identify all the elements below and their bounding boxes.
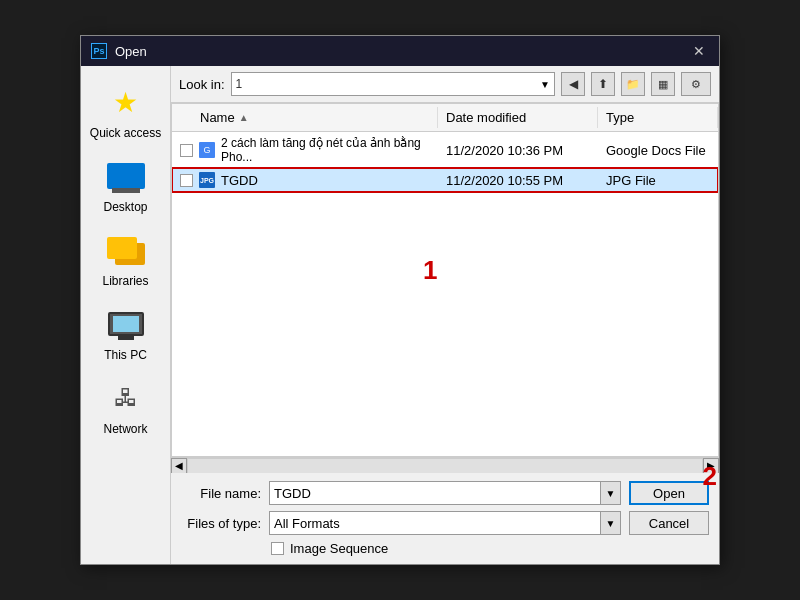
sidebar-item-quick-access[interactable]: ★ Quick access [86, 76, 166, 146]
image-sequence-checkbox[interactable] [271, 542, 284, 555]
file-name-label: File name: [181, 486, 261, 501]
sidebar-item-libraries[interactable]: Libraries [86, 224, 166, 294]
step2-number: 2 [703, 461, 717, 492]
table-row[interactable]: G 2 cách làm tăng độ nét của ảnh bằng Ph… [172, 132, 718, 168]
nav-back-button[interactable]: ◀ [561, 72, 585, 96]
table-row[interactable]: JPG TGDD 11/2/2020 10:55 PM JPG File [172, 168, 718, 192]
file-name-cell-2: JPG TGDD [172, 170, 438, 190]
look-in-arrow: ▼ [540, 79, 550, 90]
header-date: Date modified [438, 107, 598, 128]
views-button[interactable]: ▦ [651, 72, 675, 96]
sidebar-label-libraries: Libraries [102, 274, 148, 288]
sidebar-item-this-pc[interactable]: This PC [86, 298, 166, 368]
tools-button[interactable]: ⚙ [681, 72, 711, 96]
files-of-type-row: Files of type: ▼ Cancel [181, 511, 709, 535]
image-sequence-label: Image Sequence [290, 541, 388, 556]
files-of-type-dropdown-arrow[interactable]: ▼ [600, 512, 620, 534]
look-in-dropdown[interactable]: 1 ▼ [231, 72, 555, 96]
sidebar-label-quick-access: Quick access [90, 126, 161, 140]
dialog-body: ★ Quick access Desktop Librari [81, 66, 719, 564]
photoshop-icon: Ps [91, 43, 107, 59]
close-button[interactable]: ✕ [689, 43, 709, 59]
files-of-type-input[interactable] [269, 511, 621, 535]
open-button-wrap: 2 Open [629, 481, 709, 505]
scrollbar-left-button[interactable]: ◀ [171, 458, 187, 474]
file-name-cell-1: G 2 cách làm tăng độ nét của ảnh bằng Ph… [172, 134, 438, 166]
sidebar-item-network[interactable]: 🖧 Network [86, 372, 166, 442]
header-type: Type [598, 107, 718, 128]
sidebar-label-network: Network [103, 422, 147, 436]
file-name-2: TGDD [221, 173, 258, 188]
network-icon: 🖧 [106, 378, 146, 418]
cancel-button[interactable]: Cancel [629, 511, 709, 535]
title-bar: Ps Open ✕ [81, 36, 719, 66]
dialog-title: Open [115, 44, 147, 59]
file-name-row: File name: ▼ 2 Open [181, 481, 709, 505]
desktop-icon [106, 156, 146, 196]
files-of-type-input-wrap: ▼ [269, 511, 621, 535]
files-of-type-label: Files of type: [181, 516, 261, 531]
gdoc-icon: G [199, 142, 215, 158]
file-checkbox-1[interactable] [180, 144, 193, 157]
look-in-label: Look in: [179, 77, 225, 92]
horizontal-scrollbar[interactable]: ◀ ▶ [171, 457, 719, 473]
file-name-1: 2 cách làm tăng độ nét của ảnh bằng Pho.… [221, 136, 430, 164]
file-list-header: Name ▲ Date modified Type [172, 104, 718, 132]
file-name-input-wrap: ▼ [269, 481, 621, 505]
file-name-input[interactable] [269, 481, 621, 505]
bottom-section: File name: ▼ 2 Open Files of type: [171, 473, 719, 564]
header-name: Name ▲ [172, 107, 438, 128]
main-content: Look in: 1 ▼ ◀ ⬆ 📁 ▦ ⚙ [171, 66, 719, 564]
library-icon [106, 230, 146, 270]
file-name-dropdown-arrow[interactable]: ▼ [600, 482, 620, 504]
file-date-2: 11/2/2020 10:55 PM [438, 171, 598, 190]
file-list-wrapper: Name ▲ Date modified Type [171, 103, 719, 473]
nav-up-button[interactable]: ⬆ [591, 72, 615, 96]
file-type-2: JPG File [598, 171, 718, 190]
sidebar-label-this-pc: This PC [104, 348, 147, 362]
star-icon: ★ [106, 82, 146, 122]
scrollbar-track[interactable] [187, 458, 703, 474]
jpg-icon: JPG [199, 172, 215, 188]
new-folder-button[interactable]: 📁 [621, 72, 645, 96]
look-in-value: 1 [236, 77, 243, 91]
sidebar-item-desktop[interactable]: Desktop [86, 150, 166, 220]
sidebar: ★ Quick access Desktop Librari [81, 66, 171, 564]
file-date-1: 11/2/2020 10:36 PM [438, 141, 598, 160]
sidebar-label-desktop: Desktop [103, 200, 147, 214]
file-list: Name ▲ Date modified Type [171, 103, 719, 457]
image-sequence-row: Image Sequence [181, 541, 709, 556]
file-checkbox-2[interactable] [180, 174, 193, 187]
toolbar: Look in: 1 ▼ ◀ ⬆ 📁 ▦ ⚙ [171, 66, 719, 103]
open-dialog: Ps Open ✕ ★ Quick access Desktop [80, 35, 720, 565]
sort-arrow: ▲ [239, 112, 249, 123]
open-button[interactable]: Open [629, 481, 709, 505]
pc-icon [106, 304, 146, 344]
file-type-1: Google Docs File [598, 141, 718, 160]
title-bar-left: Ps Open [91, 43, 147, 59]
